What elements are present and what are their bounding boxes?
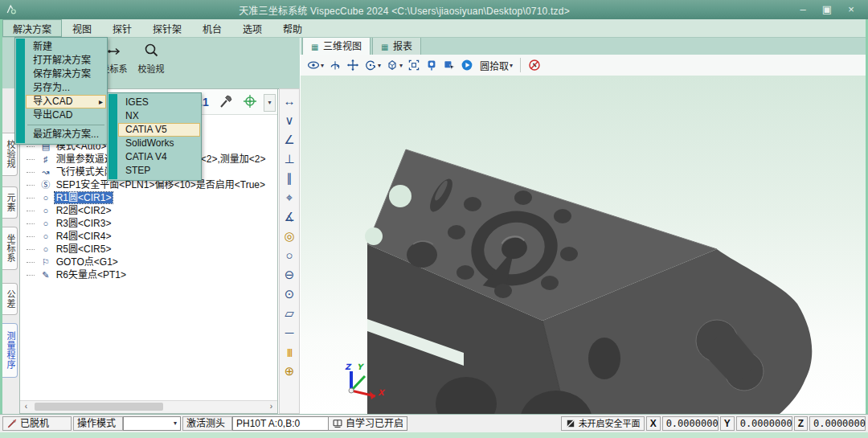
safety-plane-off-icon — [565, 418, 576, 429]
menu-bar-item[interactable]: 解决方案 — [2, 19, 62, 37]
box-select-button[interactable] — [443, 59, 456, 72]
tab-icon: ▦ — [311, 43, 321, 51]
menu-item[interactable]: 保存解决方案 — [26, 68, 106, 81]
menu-item[interactable]: 最近解决方案... — [26, 128, 106, 141]
angle-icon[interactable]: ∠ — [280, 130, 299, 149]
menu-bar-item[interactable]: 视图 — [62, 19, 102, 37]
view-toolbar: ▾ ▾ ▾ 圆拾取▾ — [301, 55, 866, 76]
view-tab[interactable]: ▦报表 — [372, 35, 421, 55]
gauge-check-toolbar-button[interactable]: 校验规 — [133, 43, 170, 75]
menu-item[interactable]: 新建 — [26, 40, 106, 54]
visibility-button[interactable]: ▾ — [307, 59, 324, 72]
parallelism-icon[interactable]: ∥ — [280, 169, 299, 188]
sidebar-tab-elements[interactable]: 元素 — [2, 186, 18, 219]
tree-item[interactable]: ⚐ GOTO点<G1> — [20, 256, 277, 268]
position-icon[interactable]: ⌖ — [280, 188, 299, 207]
menu-item[interactable]: 另存为... — [26, 81, 106, 95]
probe-offline-icon — [6, 418, 18, 429]
tab-icon: ▦ — [381, 43, 391, 51]
z-axis-label: Z — [345, 362, 352, 371]
x-label: X — [646, 416, 661, 431]
submenu-item[interactable]: STEP — [118, 164, 200, 178]
horizontal-scrollbar[interactable]: ‹ › — [20, 400, 277, 413]
menu-bar-item[interactable]: 帮助 — [272, 19, 313, 37]
menu-item[interactable]: 导出CAD — [26, 108, 106, 122]
distance-icon[interactable]: ↔ — [280, 92, 299, 111]
self-learning-icon — [332, 418, 343, 429]
3d-viewport[interactable]: Z Y X — [301, 76, 866, 414]
angularity-icon[interactable]: ∡ — [280, 207, 299, 227]
concentricity-icon[interactable]: ◎ — [280, 227, 299, 246]
toolbar-overflow-button[interactable]: ▾ — [264, 94, 276, 112]
chevron-down-icon: ▾ — [321, 62, 324, 69]
cube-icon — [386, 59, 399, 72]
straightness-icon[interactable]: ─ — [280, 323, 299, 342]
submenu-item[interactable]: NX — [118, 109, 200, 123]
tree-item[interactable]: ○ R3圆<CIR3> — [20, 217, 277, 230]
orbit-button[interactable]: ▾ — [364, 59, 381, 72]
probe-disabled-button[interactable] — [528, 59, 541, 72]
offline-status: 已脱机 — [2, 416, 72, 431]
target-axis-icon[interactable] — [242, 93, 258, 109]
view-panel: ▦三维视图 ▦报表 ▾ ▾ ▾ 圆拾取▾ — [301, 37, 866, 414]
window-title: 天准三坐标系统 VispecCube 2024 <C:\Users\jiaosi… — [18, 3, 791, 17]
view-cube-button[interactable]: ▾ — [386, 59, 403, 72]
close-button[interactable]: × — [839, 1, 863, 18]
probe-disabled-icon — [528, 59, 541, 72]
zoom-fit-button[interactable] — [407, 59, 420, 72]
runout-icon[interactable]: ⊙ — [280, 284, 299, 304]
pan-button[interactable] — [346, 59, 359, 72]
y-label: Y — [720, 416, 735, 431]
operation-mode-label: 操作模式 — [73, 416, 123, 431]
scrollbar-thumb[interactable] — [35, 403, 163, 411]
minimize-button[interactable]: – — [791, 1, 815, 18]
menu-bar-item[interactable]: 探针架 — [142, 19, 192, 37]
pan-icon — [346, 59, 359, 72]
angle-v-icon[interactable]: ∨ — [280, 111, 299, 130]
menu-item[interactable]: 打开解决方案 — [26, 54, 106, 68]
perpendicularity-icon[interactable]: ⊥ — [280, 149, 299, 169]
submenu-item[interactable]: IGES — [118, 96, 200, 109]
zoom-fit-icon — [407, 59, 420, 72]
hammer-icon[interactable] — [218, 93, 234, 109]
tree-item[interactable]: ○ R2圆<CIR2> — [20, 204, 277, 217]
play-icon — [461, 59, 473, 72]
submenu-item[interactable]: CATIA V4 — [118, 150, 200, 164]
menu-bar-item[interactable]: 机台 — [192, 19, 232, 37]
flatness-icon[interactable]: ▱ — [280, 304, 299, 323]
y-axis-label: Y — [357, 362, 365, 371]
app-logo-icon — [5, 3, 18, 16]
restore-button[interactable]: ▣ — [815, 1, 839, 18]
play-button[interactable] — [461, 59, 473, 72]
scroll-left-icon[interactable]: ‹ — [20, 401, 32, 412]
x-value: 0.0000000 — [662, 416, 719, 431]
scroll-right-icon[interactable]: › — [265, 401, 277, 412]
submenu-item[interactable]: CATIA V5 — [118, 123, 200, 137]
self-learning-button[interactable]: 自学习已开启 — [328, 416, 407, 431]
submenu-item[interactable]: SolidWorks — [118, 137, 200, 150]
roundness-icon[interactable]: ○ — [280, 246, 299, 265]
menu-bar-item[interactable]: 探针 — [102, 19, 142, 37]
tree-item[interactable]: ○ R1圆<CIR1> — [20, 191, 277, 204]
active-probe-label: 激活测头 — [182, 416, 232, 431]
symmetry-icon[interactable]: ⊖ — [280, 265, 299, 284]
import-cad-submenu: IGES NX CATIA V5 SolidWorks CATIA V4 STE… — [107, 92, 202, 181]
box-select-icon — [443, 59, 456, 72]
sidebar-tab-tolerance[interactable]: 公差 — [2, 283, 18, 315]
pattern-icon[interactable]: ||| — [280, 342, 299, 362]
z-label: Z — [794, 416, 808, 431]
tree-item[interactable]: ✎ R6矢量点<PT1> — [20, 268, 277, 281]
menu-bar-item[interactable]: 选项 — [232, 19, 272, 37]
locate-button[interactable] — [425, 59, 438, 72]
sidebar-tab-coords[interactable]: 坐标系 — [2, 227, 18, 270]
operation-mode-select[interactable]: ▾ — [123, 416, 181, 431]
tree-item[interactable]: ○ R4圆<CIR4> — [20, 230, 277, 243]
coaxiality-icon[interactable]: ⊕ — [280, 362, 299, 381]
solution-menu: 新建 打开解决方案 保存解决方案 另存为... 导入CAD 导出CAD 最近解决… — [14, 37, 108, 145]
menu-item[interactable]: 导入CAD — [26, 95, 106, 108]
swing-rotate-button[interactable] — [329, 59, 342, 72]
tree-item[interactable]: ○ R5圆<CIR5> — [20, 243, 277, 256]
circle-pick-dropdown[interactable]: 圆拾取▾ — [478, 59, 513, 72]
view-tab[interactable]: ▦三维视图 — [302, 35, 371, 55]
sidebar-tab-program[interactable]: 测量程序 — [2, 323, 18, 378]
